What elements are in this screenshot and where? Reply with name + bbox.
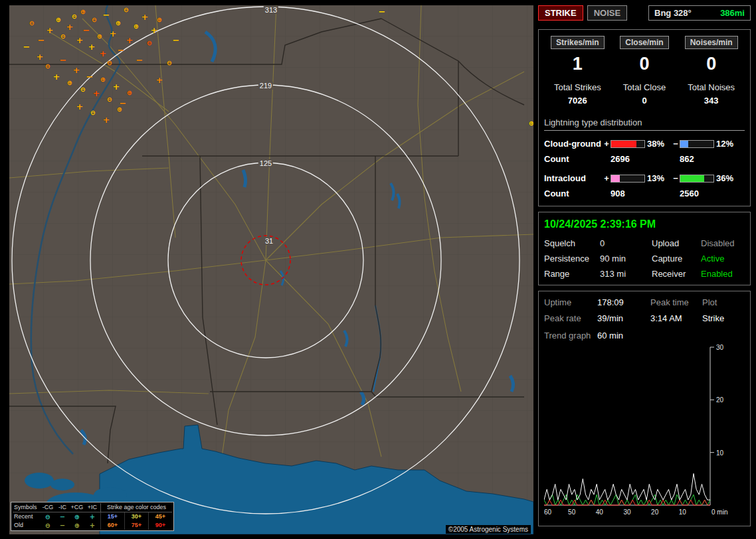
persistence-value: 90 min (600, 254, 652, 264)
cg-minus-bar-fill (680, 141, 688, 147)
peak-time-value: 3:14 AM (650, 313, 702, 323)
trend-graph-svg: 3020106050403020100 min (544, 343, 743, 517)
plus-sign: + (603, 139, 611, 149)
svg-text:10: 10 (716, 449, 724, 457)
ic-plus-bar (611, 175, 645, 183)
svg-text:40: 40 (596, 508, 604, 516)
cloud-ground-label: Cloud-ground (544, 139, 603, 149)
svg-text:0 min: 0 min (711, 508, 727, 516)
range-ring-label-313: 313 (264, 6, 278, 14)
ic-count-label: Count (544, 189, 603, 198)
legend-recent-label: Recent (13, 512, 41, 521)
squelch-value: 0 (600, 238, 652, 248)
minus-sign: − (672, 173, 680, 183)
svg-text:30: 30 (716, 344, 724, 351)
strikes-per-min-column: Strikes/min 1 Total Strikes 7026 (544, 36, 611, 110)
sidebar: STRIKE NOISE Bng 328° 386mi Strikes/min … (538, 5, 751, 532)
legend-recent-row: Recent ⊖ − ⊕ + 15+ 30+ 45+ (13, 512, 172, 521)
cg-plus-pct: 38% (645, 139, 672, 149)
legend-col-pos-cg: +CG (70, 503, 84, 512)
neg-ic-recent-icon: − (55, 512, 70, 521)
range-value: 313 mi (600, 269, 652, 279)
peak-rate-label: Peak rate (544, 313, 597, 323)
age-45: 45+ (148, 512, 172, 521)
pos-ic-old-icon: + (84, 521, 100, 530)
lightning-map[interactable]: ⊖−+⊕⊖+⊖+⊕−+⊖⊕+−⊖+⊕−⊖+⊕−+⊖+⊕+⊖+−⊕+⊖−+⊕⊖+−… (9, 5, 533, 534)
total-noises-label: Total Noises (678, 82, 745, 92)
ic-plus-bar-fill (611, 175, 620, 182)
neg-ic-old-icon: − (55, 521, 70, 530)
intracloud-row: Intracloud + 13% − 36% (544, 173, 745, 183)
plot-label: Plot (702, 297, 745, 307)
range-label: Range (544, 269, 600, 279)
legend-col-neg-cg: -CG (41, 503, 55, 512)
capture-status: Active (701, 254, 745, 264)
legend-old-label: Old (13, 521, 41, 530)
neg-cg-recent-icon: ⊖ (41, 512, 55, 521)
ic-minus-bar-fill (680, 175, 704, 182)
pos-cg-recent-icon: ⊕ (70, 512, 84, 521)
uptime-label: Uptime (544, 297, 597, 307)
trend-graph-window: 60 min (597, 331, 745, 341)
legend-col-pos-ic: +IC (84, 503, 100, 512)
age-30: 30+ (124, 512, 148, 521)
close-per-min-column: Close/min 0 Total Close 0 (611, 36, 678, 110)
legend-header-row: Symbols -CG -IC +CG +IC Strike age color… (13, 503, 172, 512)
legend-col-neg-ic: -IC (55, 503, 70, 512)
trend-graph: 3020106050403020100 min (544, 343, 745, 520)
noises-per-min-column: Noises/min 0 Total Noises 343 (678, 36, 745, 110)
status-grid: Uptime 178:09 Peak time Plot Peak rate 3… (544, 297, 745, 323)
peak-rate-value: 39/min (597, 313, 650, 323)
age-15: 15+ (100, 512, 124, 521)
cloud-ground-count-row: Count 2696 862 (544, 154, 745, 164)
upload-label: Upload (652, 238, 701, 248)
range-ring-label-31: 31 (264, 237, 274, 245)
close-per-min-value: 0 (611, 54, 678, 74)
strikes-per-min-header[interactable]: Strikes/min (551, 36, 605, 49)
distribution-title: Lightning type distribution (544, 117, 745, 131)
total-close-label: Total Close (611, 82, 678, 92)
cg-plus-count: 2696 (611, 154, 645, 164)
range-ring-label-125: 125 (258, 159, 273, 167)
bearing-readout: Bng 328° 386mi (648, 5, 751, 21)
alarm-row: STRIKE NOISE Bng 328° 386mi (538, 5, 751, 21)
plot-value: Strike (702, 313, 745, 323)
trend-graph-row: Trend graph 60 min (544, 331, 745, 341)
total-close-value: 0 (611, 96, 678, 106)
legend-symbols-title: Symbols (13, 503, 41, 512)
receiver-label: Receiver (652, 269, 701, 279)
intracloud-label: Intracloud (544, 173, 603, 183)
svg-text:20: 20 (651, 508, 659, 516)
persistence-label: Persistence (544, 254, 600, 264)
close-per-min-header[interactable]: Close/min (620, 36, 668, 49)
cloud-ground-row: Cloud-ground + 38% − 12% (544, 139, 745, 149)
noise-indicator-button[interactable]: NOISE (587, 5, 627, 21)
total-noises-value: 343 (678, 96, 745, 106)
map-legend: Symbols -CG -IC +CG +IC Strike age color… (11, 502, 174, 531)
svg-text:20: 20 (716, 396, 724, 404)
pos-ic-recent-icon: + (84, 512, 100, 521)
ic-plus-pct: 13% (645, 173, 672, 183)
pos-cg-old-icon: ⊕ (70, 521, 84, 530)
rate-grid: Strikes/min 1 Total Strikes 7026 Close/m… (544, 36, 745, 110)
svg-text:50: 50 (568, 508, 576, 516)
minus-sign: − (672, 139, 680, 149)
age-60: 60+ (100, 521, 124, 530)
strikes-per-min-value: 1 (544, 54, 611, 74)
total-strikes-label: Total Strikes (544, 82, 611, 92)
copyright-text: ©2005 Astrogenic Systems (446, 525, 531, 534)
statistics-panel: Strikes/min 1 Total Strikes 7026 Close/m… (538, 29, 751, 206)
range-ring-label-219: 219 (258, 82, 273, 90)
legend-age-title: Strike age color codes (100, 503, 172, 512)
bearing-label: Bng 328° (654, 8, 692, 18)
neg-cg-old-icon: ⊖ (41, 521, 55, 530)
noises-per-min-value: 0 (678, 54, 745, 74)
noises-per-min-header[interactable]: Noises/min (685, 36, 738, 49)
svg-text:10: 10 (679, 508, 687, 516)
legend-old-row: Old ⊖ − ⊕ + 60+ 75+ 90+ (13, 521, 172, 530)
ic-plus-count: 908 (611, 189, 645, 198)
trend-graph-label: Trend graph (544, 331, 597, 341)
cg-minus-count: 862 (680, 154, 714, 164)
strike-indicator-button[interactable]: STRIKE (538, 5, 583, 21)
ic-minus-bar (680, 175, 714, 183)
